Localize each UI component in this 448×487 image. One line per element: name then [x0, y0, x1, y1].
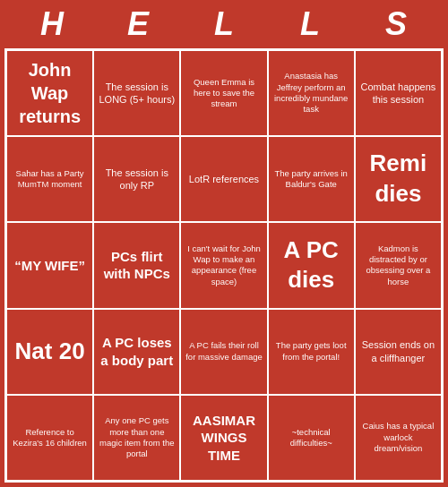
bingo-cell-17: A PC fails their roll for massive damage [180, 309, 267, 395]
bingo-cell-2: Queen Emma is here to save the stream [180, 50, 267, 136]
cell-text-13: A PC dies [272, 235, 350, 296]
cell-text-9: Remi dies [359, 149, 437, 209]
cell-text-7: LotR references [189, 173, 259, 185]
cell-text-24: Caius has a typical warlock dream/vision [359, 421, 437, 454]
bingo-cell-11: PCs flirt with NPCs [93, 222, 180, 308]
bingo-cell-0: John Wap returns [6, 50, 93, 136]
bingo-cell-22: AASIMAR WINGS TIME [180, 395, 267, 481]
cell-text-22: AASIMAR WINGS TIME [185, 412, 263, 465]
bingo-cell-8: The party arrives in Baldur's Gate [268, 136, 355, 222]
bingo-cell-6: The session is only RP [93, 136, 180, 222]
bingo-cell-10: “MY WIFE” [6, 222, 93, 308]
bingo-cell-20: Reference to Kezira's 16 children [6, 395, 93, 481]
bingo-cell-23: ~technical difficulties~ [268, 395, 355, 481]
bingo-cell-5: Sahar has a Party MumTM moment [6, 136, 93, 222]
cell-text-6: The session is only RP [98, 167, 176, 192]
cell-text-3: Anastasia has Jeffrey perform an incredi… [272, 71, 350, 115]
cell-text-17: A PC fails their roll for massive damage [185, 340, 263, 363]
letter-l2: L [274, 5, 346, 43]
cell-text-18: The party gets loot from the portal! [272, 340, 350, 363]
cell-text-5: Sahar has a Party MumTM moment [11, 168, 89, 191]
bingo-cell-16: A PC loses a body part [93, 309, 180, 395]
cell-text-21: Any one PC gets more than one magic item… [98, 415, 176, 459]
cell-text-1: The session is LONG (5+ hours) [98, 81, 176, 107]
cell-text-20: Reference to Kezira's 16 children [11, 427, 89, 449]
cell-text-0: John Wap returns [11, 58, 89, 128]
bingo-cell-21: Any one PC gets more than one magic item… [93, 395, 180, 481]
cell-text-4: Combat happens this session [359, 81, 437, 107]
cell-text-19: Session ends on a cliffhanger [359, 338, 437, 364]
bingo-cell-7: LotR references [180, 136, 267, 222]
cell-text-2: Queen Emma is here to save the stream [185, 77, 263, 110]
cell-text-15: Nat 20 [15, 337, 85, 367]
cell-text-8: The party arrives in Baldur's Gate [272, 168, 350, 191]
bingo-cell-14: Kadmon is distracted by or obsessing ove… [355, 222, 442, 308]
cell-text-10: “MY WIFE” [14, 257, 85, 275]
bingo-cell-15: Nat 20 [6, 309, 93, 395]
cell-text-12: I can't wait for John Wap to make an app… [185, 244, 263, 287]
bingo-cell-13: A PC dies [268, 222, 355, 308]
cell-text-14: Kadmon is distracted by or obsessing ove… [359, 244, 437, 287]
bingo-grid: John Wap returnsThe session is LONG (5+ … [4, 48, 444, 483]
cell-text-16: A PC loses a body part [98, 334, 176, 369]
cell-text-23: ~technical difficulties~ [272, 427, 350, 449]
bingo-cell-12: I can't wait for John Wap to make an app… [180, 222, 267, 308]
letter-s: S [360, 5, 432, 43]
letter-e: E [102, 5, 174, 43]
bingo-cell-24: Caius has a typical warlock dream/vision [355, 395, 442, 481]
bingo-cell-18: The party gets loot from the portal! [268, 309, 355, 395]
letter-h: H [16, 5, 88, 43]
cell-text-11: PCs flirt with NPCs [98, 248, 176, 283]
bingo-cell-4: Combat happens this session [355, 50, 442, 136]
bingo-cell-19: Session ends on a cliffhanger [355, 309, 442, 395]
title-row: H E L L S [0, 0, 448, 48]
letter-l1: L [188, 5, 260, 43]
bingo-cell-1: The session is LONG (5+ hours) [93, 50, 180, 136]
bingo-cell-3: Anastasia has Jeffrey perform an incredi… [268, 50, 355, 136]
bingo-cell-9: Remi dies [355, 136, 442, 222]
